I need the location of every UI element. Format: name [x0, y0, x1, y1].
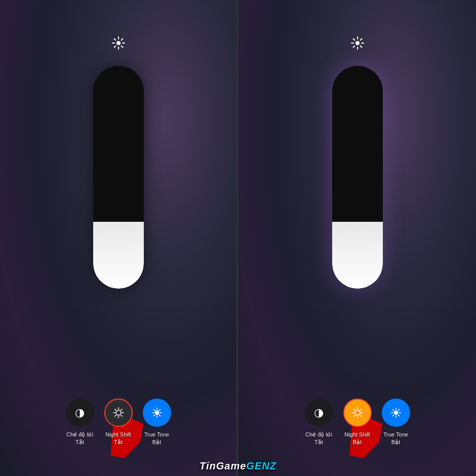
night-shift-icon-right — [351, 407, 364, 419]
svg-line-6 — [121, 46, 123, 48]
brightness-fill-left — [93, 222, 144, 289]
night-shift-label-left: Night Shift Tắt — [105, 431, 131, 446]
svg-point-0 — [116, 41, 121, 45]
brightness-fill-right — [332, 222, 383, 289]
svg-line-34 — [353, 39, 354, 41]
svg-line-7 — [121, 39, 123, 41]
svg-line-47 — [353, 415, 354, 416]
true-tone-button-left[interactable] — [143, 399, 171, 427]
svg-line-28 — [153, 415, 154, 416]
svg-line-26 — [159, 415, 160, 416]
dark-mode-label-right: Chế độ tối Tắt — [305, 431, 332, 446]
svg-line-45 — [360, 415, 361, 416]
true-tone-control-right: True Tone Bật — [382, 399, 410, 446]
night-shift-icon-left — [112, 407, 125, 419]
dark-mode-control-left: ◑ Chế độ tối Tắt — [66, 399, 94, 446]
svg-line-53 — [392, 410, 393, 411]
svg-line-15 — [114, 409, 115, 410]
true-tone-label-right: True Tone Bật — [383, 431, 408, 446]
brightness-sun-icon-left — [111, 35, 126, 51]
svg-line-25 — [153, 410, 154, 411]
dark-mode-icon-left: ◑ — [75, 406, 85, 419]
watermark-tin: TinGame — [200, 460, 246, 471]
night-shift-button-right[interactable] — [343, 399, 372, 427]
svg-line-46 — [360, 409, 361, 410]
panel-right: ◑ Chế độ tối Tắt — [239, 0, 476, 476]
svg-point-10 — [116, 410, 121, 415]
bottom-controls-left: ◑ Chế độ tối Tắt — [0, 399, 236, 446]
bottom-controls-right: ◑ Chế độ tối Tắt — [239, 399, 476, 446]
svg-line-27 — [159, 410, 160, 411]
svg-line-56 — [392, 415, 393, 416]
svg-line-37 — [353, 46, 354, 48]
dark-mode-button-right[interactable]: ◑ — [305, 399, 333, 427]
dark-mode-label-left: Chế độ tối Tắt — [66, 431, 93, 446]
svg-line-36 — [360, 39, 362, 41]
svg-line-55 — [398, 410, 399, 411]
svg-line-16 — [121, 415, 122, 416]
watermark: TinGameGENZ — [200, 460, 276, 472]
true-tone-control-left: True Tone Bật — [143, 399, 171, 446]
svg-point-29 — [355, 41, 360, 45]
panels-row: ◑ Chế độ tối Tắt — [0, 0, 476, 476]
true-tone-label-left: True Tone Bật — [144, 431, 169, 446]
svg-line-17 — [121, 409, 122, 410]
main-container: ◑ Chế độ tối Tắt — [0, 0, 476, 476]
brightness-slider-right[interactable] — [332, 66, 383, 289]
true-tone-icon-left — [151, 407, 163, 419]
svg-line-18 — [114, 415, 115, 416]
svg-line-35 — [360, 46, 362, 48]
watermark-genz: GENZ — [246, 460, 276, 471]
brightness-slider-left[interactable] — [93, 66, 144, 289]
svg-line-5 — [114, 39, 115, 41]
panel-left: ◑ Chế độ tối Tắt — [0, 0, 237, 476]
night-shift-control-right: Night Shift Bật — [343, 399, 372, 446]
dark-mode-icon-right: ◑ — [314, 406, 324, 419]
svg-line-8 — [114, 46, 115, 48]
svg-point-39 — [355, 410, 360, 415]
night-shift-label-right: Night Shift Bật — [344, 431, 370, 446]
dark-mode-button-left[interactable]: ◑ — [66, 399, 94, 427]
true-tone-button-right[interactable] — [382, 399, 410, 427]
dark-mode-control-right: ◑ Chế độ tối Tắt — [305, 399, 333, 446]
svg-line-44 — [353, 409, 354, 410]
night-shift-control-left: Night Shift Tắt — [104, 399, 133, 446]
night-shift-button-left[interactable] — [104, 399, 133, 427]
svg-line-54 — [398, 415, 399, 416]
svg-point-48 — [394, 411, 398, 415]
true-tone-icon-right — [390, 407, 402, 419]
brightness-sun-icon-right — [350, 35, 365, 51]
